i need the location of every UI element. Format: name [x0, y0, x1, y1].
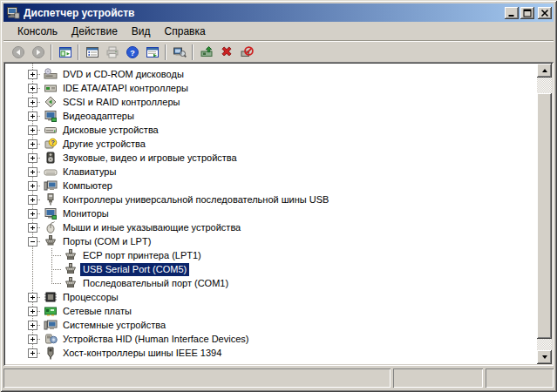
maximize-button[interactable] — [520, 7, 534, 19]
tree-item-label[interactable]: Контроллеры универсальной последовательн… — [60, 193, 331, 206]
tree-item[interactable]: DVD и CD-ROM дисководы — [5, 67, 537, 81]
expand-toggle[interactable] — [28, 112, 37, 121]
disable-icon — [240, 45, 254, 59]
expand-toggle[interactable] — [28, 125, 37, 135]
tree-connector — [37, 102, 41, 103]
tree-connector — [37, 88, 41, 89]
network-card-icon — [44, 304, 58, 318]
status-panel — [486, 368, 554, 388]
scan-hardware-button[interactable] — [169, 43, 189, 62]
expand-toggle[interactable] — [28, 84, 37, 93]
disable-button[interactable] — [236, 43, 256, 62]
minimize-button[interactable] — [505, 7, 519, 19]
tree-item[interactable]: USB Serial Port (COM5) — [5, 262, 537, 276]
uninstall-button[interactable] — [216, 43, 236, 62]
expand-toggle[interactable] — [28, 348, 37, 358]
tree-item[interactable]: Последовательный порт (COM1) — [5, 276, 537, 290]
tree-item[interactable]: Мыши и иные указывающие устройства — [5, 220, 537, 234]
menu-item-action[interactable]: Действие — [65, 24, 125, 39]
tree-item[interactable]: Компьютер — [5, 179, 537, 193]
vertical-scrollbar[interactable] — [537, 64, 552, 364]
tree-connector — [37, 227, 41, 228]
tree-item[interactable]: Сетевые платы — [5, 304, 537, 318]
toolbar-separator — [51, 44, 52, 60]
tree-item-label[interactable]: Сетевые платы — [60, 305, 134, 318]
tree-item[interactable]: IDE ATA/ATAPI контроллеры — [5, 81, 537, 95]
tree-item-label[interactable]: USB Serial Port (COM5) — [80, 263, 189, 276]
back-icon — [11, 45, 25, 59]
device-manager-icon — [6, 6, 20, 20]
tree-item-label[interactable]: SCSI и RAID контроллеры — [60, 96, 182, 109]
expand-toggle[interactable] — [28, 237, 37, 247]
show-hide-tree-button[interactable] — [55, 43, 75, 62]
tree-item[interactable]: Дисковые устройства — [5, 123, 537, 137]
expand-toggle[interactable] — [28, 223, 37, 233]
expand-toggle[interactable] — [28, 98, 37, 107]
expand-toggle[interactable] — [28, 335, 37, 344]
serial-port-icon — [64, 248, 78, 262]
tree-item[interactable]: Процессоры — [5, 290, 537, 304]
tree-item-label[interactable]: Устройства HID (Human Interface Devices) — [60, 333, 251, 346]
tree-item[interactable]: Клавиатуры — [5, 165, 537, 179]
export-list-button[interactable] — [142, 43, 162, 62]
tree-item-label[interactable]: Порты (COM и LPT) — [60, 235, 153, 248]
tree-item[interactable]: Хост-контроллеры шины IEEE 1394 — [5, 346, 537, 360]
expand-toggle[interactable] — [28, 321, 37, 330]
tree-item-label[interactable]: Мониторы — [60, 207, 112, 220]
forward-button[interactable] — [28, 43, 48, 62]
tree-item-label[interactable]: Компьютер — [60, 179, 115, 193]
tree-item-label[interactable]: Хост-контроллеры шины IEEE 1394 — [60, 347, 224, 360]
close-button[interactable] — [538, 7, 552, 19]
back-button[interactable] — [8, 43, 28, 62]
tree-item[interactable]: ?Другие устройства — [5, 137, 537, 151]
expand-toggle[interactable] — [28, 209, 37, 219]
tree-item[interactable]: Системные устройства — [5, 318, 537, 332]
tree-item-label[interactable]: Видеоадаптеры — [60, 110, 137, 123]
expand-toggle[interactable] — [28, 195, 37, 205]
titlebar[interactable]: Диспетчер устройств — [3, 3, 554, 22]
tree-item-label[interactable]: Последовательный порт (COM1) — [80, 277, 231, 290]
tree-item[interactable]: Порты (COM и LPT) — [5, 234, 537, 248]
menu-item-view[interactable]: Вид — [125, 24, 158, 39]
tree-connector — [37, 339, 41, 340]
tree-item[interactable]: ECP порт принтера (LPT1) — [5, 248, 537, 262]
help-button[interactable]: ? — [122, 43, 142, 62]
ports-icon — [44, 234, 58, 248]
tree-connector — [37, 241, 41, 242]
expand-toggle[interactable] — [28, 70, 37, 79]
tree-item-label[interactable]: DVD и CD-ROM дисководы — [60, 68, 187, 81]
tree-item[interactable]: Устройства HID (Human Interface Devices) — [5, 332, 537, 346]
menu-item-console[interactable]: Консоль — [10, 24, 65, 39]
tree-item[interactable]: Контроллеры универсальной последовательн… — [5, 193, 537, 206]
expand-toggle[interactable] — [28, 153, 37, 163]
update-driver-icon — [200, 45, 214, 59]
tree-item-label[interactable]: ECP порт принтера (LPT1) — [80, 249, 204, 262]
tree-connector — [37, 158, 41, 159]
expand-toggle[interactable] — [28, 307, 37, 316]
scroll-up-button[interactable] — [537, 64, 552, 78]
tree-item-label[interactable]: Звуковые, видео и игровые устройства — [60, 152, 240, 165]
maximize-icon — [523, 5, 532, 21]
tree-item[interactable]: Мониторы — [5, 206, 537, 220]
system-device-icon — [44, 318, 58, 332]
tree-item-label[interactable]: Другие устройства — [60, 138, 148, 151]
tree-item-label[interactable]: Клавиатуры — [60, 166, 119, 179]
menu-item-help[interactable]: Справка — [158, 24, 213, 39]
expand-toggle[interactable] — [28, 139, 37, 149]
expand-toggle[interactable] — [28, 293, 37, 302]
update-driver-button[interactable] — [196, 43, 216, 62]
tree-item-label[interactable]: IDE ATA/ATAPI контроллеры — [60, 82, 191, 95]
tree-item[interactable]: Звуковые, видео и игровые устройства — [5, 151, 537, 165]
properties-button[interactable] — [82, 43, 102, 62]
tree-item-label[interactable]: Системные устройства — [60, 319, 168, 332]
scroll-down-button[interactable] — [537, 350, 552, 364]
tree-item[interactable]: Видеоадаптеры — [5, 109, 537, 123]
print-button[interactable] — [102, 43, 122, 62]
scrollbar-thumb[interactable] — [537, 93, 552, 339]
tree-item[interactable]: SCSI и RAID контроллеры — [5, 95, 537, 109]
expand-toggle[interactable] — [28, 167, 37, 177]
tree-item-label[interactable]: Процессоры — [60, 291, 121, 304]
tree-item-label[interactable]: Дисковые устройства — [60, 124, 161, 137]
tree-item-label[interactable]: Мыши и иные указывающие устройства — [60, 221, 243, 234]
expand-toggle[interactable] — [28, 181, 37, 191]
